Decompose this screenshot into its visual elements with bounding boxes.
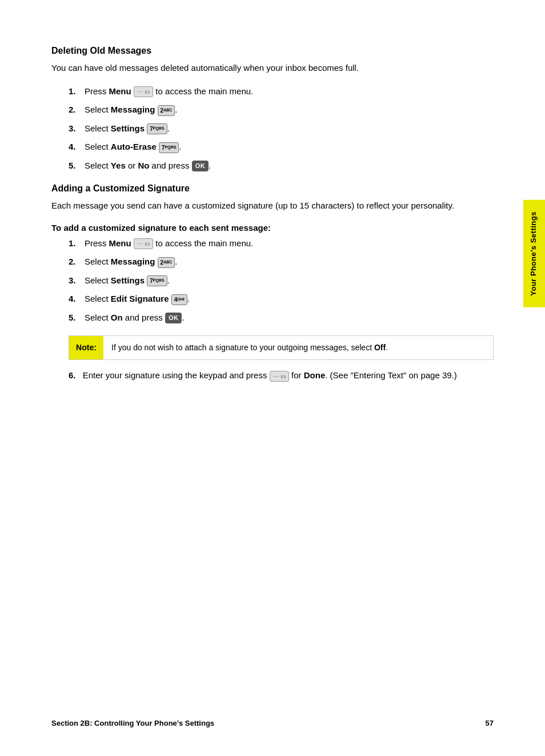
note-label: Note: <box>69 336 103 359</box>
section1-description: You can have old messages deleted automa… <box>51 62 494 75</box>
step-num: 3. <box>69 122 85 135</box>
bold-messaging: Messaging <box>111 105 155 114</box>
step6-num: 6. <box>69 370 76 380</box>
bold-menu: Menu <box>109 86 131 96</box>
menu-icon2: ··· ▭ <box>134 238 153 249</box>
step-num: 5. <box>69 159 85 173</box>
ok-key2: OK <box>165 313 182 323</box>
step-text: Select Edit Signature 4GHI. <box>85 293 494 306</box>
settings-key: 7PQRS <box>147 123 167 134</box>
settings-key2: 7PQRS <box>147 275 167 286</box>
footer: Section 2B: Controlling Your Phone’s Set… <box>0 719 545 727</box>
bold-yes: Yes <box>111 161 126 170</box>
step-2-2: 2. Select Messaging 2ABC. <box>69 255 494 269</box>
bold-on: On <box>111 313 123 322</box>
messaging-key: 2ABC <box>158 105 175 116</box>
step-num: 1. <box>69 85 85 98</box>
section2-description: Each message you send can have a customi… <box>51 199 494 213</box>
step-text: Press Menu ··· ▭ to access the main menu… <box>85 237 494 250</box>
editsig-key: 4GHI <box>171 294 187 305</box>
step-text: Press Menu ··· ▭ to access the main menu… <box>85 85 494 98</box>
bold-settings: Settings <box>111 123 145 133</box>
note-box: Note: If you do not wish to attach a sig… <box>69 335 494 360</box>
step-text: Select Messaging 2ABC. <box>85 255 494 269</box>
footer-left: Section 2B: Controlling Your Phone’s Set… <box>51 719 214 727</box>
page: Deleting Old Messages You can have old m… <box>0 0 545 756</box>
ok-key: OK <box>192 161 209 171</box>
step-num: 3. <box>69 274 85 287</box>
step-2-5: 5. Select On and press OK. <box>69 311 494 325</box>
sidebar-label: Your Phone’s Settings <box>523 200 545 307</box>
bold-menu2: Menu <box>109 238 131 248</box>
step-2-6: 6. Enter your signature using the keypad… <box>69 369 494 382</box>
menu-icon: ··· ▭ <box>134 86 153 97</box>
step-2-1: 1. Press Menu ··· ▭ to access the main m… <box>69 237 494 250</box>
step-text: Select Auto-Erase 7PQRS. <box>85 141 494 154</box>
step-1-2: 2. Select Messaging 2ABC. <box>69 103 494 117</box>
section2-subhead: To add a customized signature to each se… <box>51 223 494 233</box>
step-text: Select Messaging 2ABC. <box>85 103 494 117</box>
step-2-3: 3. Select Settings 7PQRS. <box>69 274 494 287</box>
section-deleting-old-messages: Deleting Old Messages You can have old m… <box>51 46 494 172</box>
step-num: 4. <box>69 293 85 306</box>
section-adding-signature: Adding a Customized Signature Each messa… <box>51 183 494 382</box>
bold-autoerase: Auto-Erase <box>111 142 157 151</box>
bold-off: Off <box>374 343 386 352</box>
step-1-5: 5. Select Yes or No and press OK. <box>69 159 494 173</box>
section1-title: Deleting Old Messages <box>51 46 494 56</box>
step-text: Select Settings 7PQRS. <box>85 122 494 135</box>
bold-editsig: Edit Signature <box>111 294 169 303</box>
step-1-3: 3. Select Settings 7PQRS. <box>69 122 494 135</box>
bold-no: No <box>138 161 149 170</box>
step-1-1: 1. Press Menu ··· ▭ to access the main m… <box>69 85 494 98</box>
bold-messaging2: Messaging <box>111 257 155 266</box>
step-num: 1. <box>69 237 85 250</box>
step-text: Select Settings 7PQRS. <box>85 274 494 287</box>
step-2-4: 4. Select Edit Signature 4GHI. <box>69 293 494 306</box>
bold-settings2: Settings <box>111 275 145 285</box>
section1-steps: 1. Press Menu ··· ▭ to access the main m… <box>69 85 494 173</box>
step-num: 4. <box>69 141 85 154</box>
footer-right: 57 <box>486 719 494 727</box>
step-num: 5. <box>69 311 85 325</box>
autoerase-key: 7PQRS <box>159 142 179 153</box>
note-content: If you do not wish to attach a signature… <box>103 336 493 359</box>
step-text: Select On and press OK. <box>85 311 494 325</box>
done-menu-icon: ··· ▭ <box>270 371 289 382</box>
bold-done: Done <box>304 370 326 380</box>
section2-steps: 1. Press Menu ··· ▭ to access the main m… <box>69 237 494 325</box>
step-text: Select Yes or No and press OK. <box>85 159 494 173</box>
messaging-key2: 2ABC <box>158 257 175 268</box>
step-1-4: 4. Select Auto-Erase 7PQRS. <box>69 141 494 154</box>
section2-title: Adding a Customized Signature <box>51 183 494 194</box>
step-num: 2. <box>69 103 85 117</box>
step-num: 2. <box>69 255 85 269</box>
